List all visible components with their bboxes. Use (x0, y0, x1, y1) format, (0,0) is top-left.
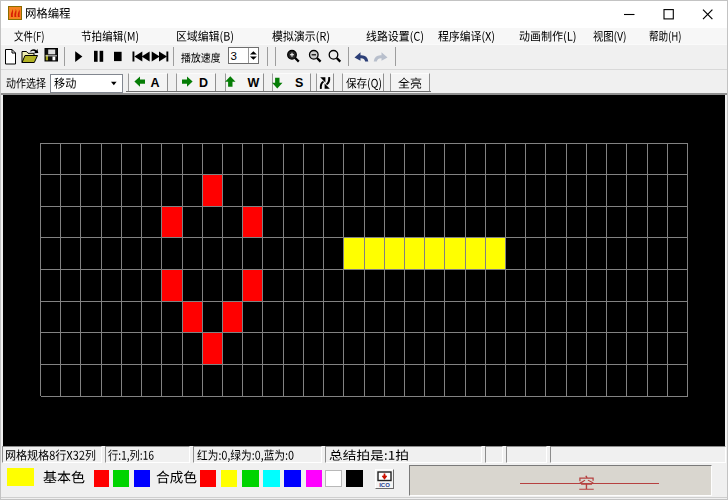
svg-text:ICO: ICO (379, 482, 390, 488)
